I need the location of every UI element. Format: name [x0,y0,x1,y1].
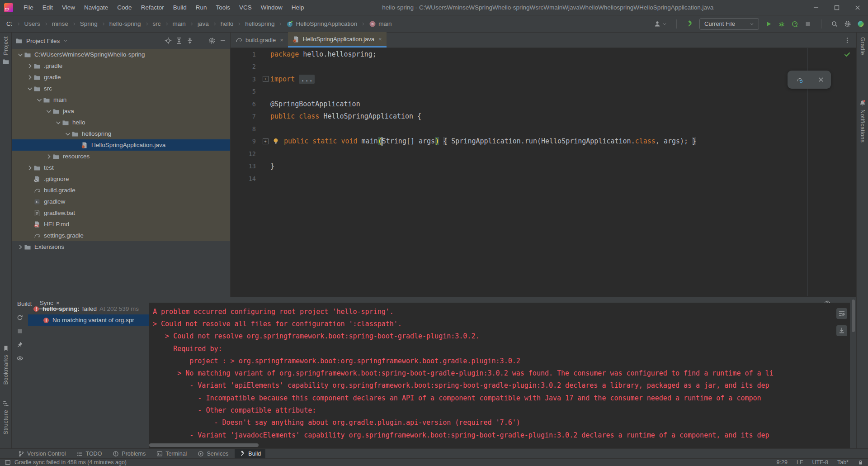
search-everywhere-button[interactable] [831,20,838,28]
toolwindow-button-terminal[interactable]: Terminal [152,449,191,458]
gradle-stripe-button[interactable]: Gradle [857,37,868,55]
menu-run[interactable]: Run [192,2,211,13]
code-line-1[interactable]: 1package hello.hellospring; [231,48,856,61]
structure-stripe-button[interactable]: Structure [0,400,12,434]
menu-code[interactable]: Code [113,2,136,13]
lock-icon[interactable] [858,460,863,466]
refresh-sync-button[interactable] [16,314,24,321]
horizontal-scrollbar[interactable] [149,443,259,447]
menu-build[interactable]: Build [169,2,191,13]
close-tab-icon[interactable]: × [378,36,382,43]
status-message[interactable]: Gradle sync failed in 458 ms (4 minutes … [14,459,127,466]
code-line-14[interactable]: 14 [231,172,856,185]
fold-marker-icon[interactable]: + [260,76,270,82]
breadcrumb-main[interactable]: mmain [369,20,392,28]
profile-menu-button[interactable] [654,20,667,28]
tree-item-hellospringapplication.java[interactable]: HelloSpringApplication.java [12,139,230,151]
toolwindow-button-services[interactable]: Services [193,449,233,458]
pin-icon[interactable] [16,341,24,348]
menu-window[interactable]: Window [257,2,287,13]
build-hammer-button[interactable] [686,20,693,28]
breadcrumb-hellospringapplication[interactable]: CHelloSpringApplication [286,20,357,28]
status-indent[interactable]: Tab* [837,459,849,466]
tree-item-src[interactable]: src [12,83,230,94]
build-tree-row[interactable]: hello-spring: failed At 202 539 ms [28,303,149,314]
toolwindow-button-build[interactable]: Build [235,449,265,458]
code-line-8[interactable]: 8 [231,123,856,135]
tree-item-gradlew[interactable]: gradlew [12,196,230,207]
chevron-right-icon[interactable] [16,243,24,251]
chevron-right-icon[interactable] [26,74,33,81]
tree-item-test[interactable]: test [12,162,230,173]
debug-button[interactable] [778,20,785,28]
tree-item-settings.gradle[interactable]: settings.gradle [12,230,230,241]
menu-navigate[interactable]: Navigate [80,2,112,13]
run-button[interactable] [765,20,772,28]
chevron-down-icon[interactable] [54,119,62,126]
tree-item-java[interactable]: java [12,105,230,117]
inspection-ok-check-icon[interactable] [844,51,851,58]
hide-panel-button[interactable] [219,37,226,44]
tree-item-help.md[interactable]: HELP.md [12,219,230,230]
tree-item-gradle[interactable]: gradle [12,71,230,83]
code-line-7[interactable]: 7public class HelloSpringApplication { [231,110,856,123]
tree-item-extensions[interactable]: Extensions [12,241,230,252]
gradle-sync-icon[interactable] [794,75,804,85]
chevron-down-icon[interactable] [63,37,68,44]
breadcrumb-minse[interactable]: minse [52,20,68,27]
settings-gear-button[interactable] [844,20,851,28]
breadcrumb-java[interactable]: java [198,20,209,27]
tab-options-kebab-icon[interactable] [838,37,856,44]
status-encoding[interactable]: UTF-8 [812,459,828,466]
chevron-down-icon[interactable] [16,51,24,58]
project-view-selector[interactable]: Project Files [26,38,60,44]
expand-all-button[interactable] [175,37,183,44]
breadcrumb-hellospring[interactable]: hellospring [245,20,274,27]
code-editor[interactable]: 1package hello.hellospring;23+import ...… [231,48,856,185]
stop-button[interactable] [804,20,811,28]
close-icon[interactable] [817,76,825,83]
intention-bulb-icon[interactable] [272,138,279,145]
run-configuration-select[interactable]: Current File [699,18,759,30]
stop-gray-button[interactable] [16,328,24,335]
editor-tab-hellospringapplication.java[interactable]: HelloSpringApplication.java× [288,32,387,48]
code-line-13[interactable]: 13} [231,160,856,173]
editor-tab-build.gradle[interactable]: build.gradle× [231,32,288,48]
menu-help[interactable]: Help [288,2,308,13]
menu-vcs[interactable]: VCS [235,2,256,13]
chevron-down-icon[interactable] [45,108,52,115]
tree-item-hellospring[interactable]: hellospring [12,128,230,139]
breadcrumb-c-[interactable]: C: [6,20,13,27]
chevron-right-icon[interactable] [45,153,52,160]
code-line-6[interactable]: 6@SpringBootApplication [231,98,856,110]
chevron-right-icon[interactable] [26,62,33,70]
code-with-me-button[interactable] [857,20,864,28]
tree-item-.gradle[interactable]: .gradle [12,60,230,71]
chevron-right-icon[interactable] [26,164,33,171]
chevron-down-icon[interactable] [26,85,33,92]
bookmarks-stripe-button[interactable]: Bookmarks [0,345,12,385]
notifications-stripe-button[interactable]: Notifications [857,100,868,143]
tree-item-main[interactable]: main [12,94,230,105]
status-line-ending[interactable]: LF [797,459,803,466]
tree-item-.gitignore[interactable]: .gitignore [12,173,230,185]
soft-wrap-button[interactable] [836,308,847,319]
breadcrumb-spring[interactable]: Spring [80,20,98,27]
profiler-button[interactable] [791,20,798,28]
menu-file[interactable]: File [19,2,38,13]
breadcrumb-src[interactable]: src [153,20,161,27]
inspect-eye-button[interactable] [16,355,24,362]
tree-item-hello[interactable]: hello [12,117,230,128]
close-tab-icon[interactable]: × [280,37,283,43]
tree-item-gradlew.bat[interactable]: gradlew.bat [12,207,230,219]
maximize-button[interactable] [826,0,847,15]
menu-refactor[interactable]: Refactor [137,2,168,13]
project-stripe-button[interactable]: Project [0,36,12,65]
menu-view[interactable]: View [58,2,79,13]
build-console-output[interactable]: A problem occurred configuring root proj… [149,303,850,448]
code-line-2[interactable]: 2 [231,61,856,73]
toolwindow-button-todo[interactable]: TODO [72,449,106,458]
menu-edit[interactable]: Edit [38,2,57,13]
scroll-to-end-button[interactable] [836,325,847,336]
code-line-5[interactable]: 5 [231,86,856,98]
